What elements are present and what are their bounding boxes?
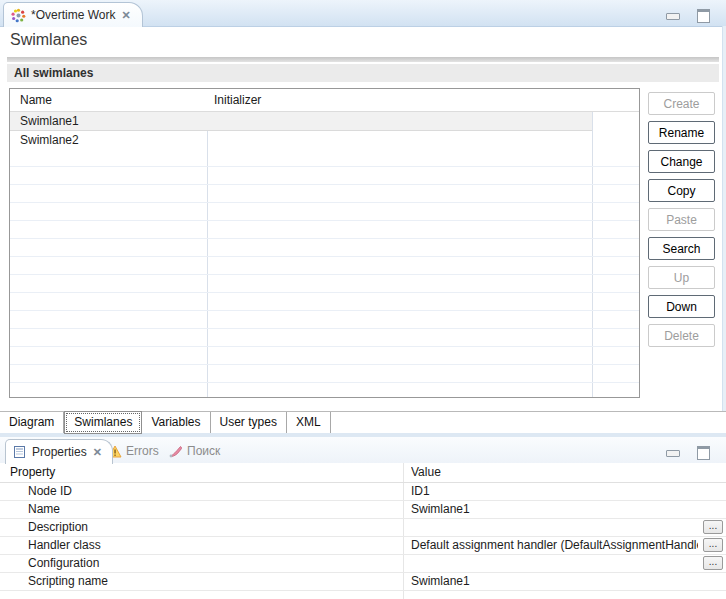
close-icon[interactable]: ✕ <box>120 9 131 22</box>
property-value: Swimlane1 <box>411 501 698 517</box>
maximize-icon[interactable] <box>697 446 710 460</box>
create-button: Create <box>648 92 715 115</box>
ellipsis-button[interactable]: ... <box>703 520 723 534</box>
swimlane-name: Swimlane2 <box>10 131 639 149</box>
editor-tab-bar: *Overtime Work ✕ <box>0 0 726 27</box>
properties-view: Properties ✕ Errors Поиск Propert <box>0 437 726 599</box>
property-row-configuration[interactable]: Configuration ... <box>0 555 726 573</box>
tab-poisk[interactable]: Поиск <box>168 439 220 463</box>
search-button[interactable]: Search <box>648 237 715 260</box>
property-name: Scripting name <box>28 573 108 589</box>
minimize-icon[interactable] <box>666 450 680 457</box>
editor-tab-title: *Overtime Work <box>31 8 115 22</box>
properties-icon <box>13 445 27 459</box>
table-row-swimlane1[interactable]: Swimlane1 <box>10 111 592 131</box>
property-row-scripting-name[interactable]: Scripting name Swimlane1 <box>0 573 726 591</box>
paste-button: Paste <box>648 208 715 231</box>
tab-variables[interactable]: Variables <box>142 412 210 433</box>
action-button-column: Create Rename Change Copy Paste Search U… <box>648 92 716 347</box>
copy-button[interactable]: Copy <box>648 179 715 202</box>
delete-button: Delete <box>648 324 715 347</box>
page-title: Swimlanes <box>10 31 87 49</box>
property-name: Description <box>28 519 88 535</box>
swimlanes-table: Name Initializer Swimlane1 Swimlane2 <box>9 88 640 398</box>
property-row-node-id[interactable]: Node ID ID1 <box>0 483 726 501</box>
editor-window-controls <box>666 9 710 23</box>
property-row-description[interactable]: Description ... <box>0 519 726 537</box>
property-value: Default assignment handler (DefaultAssig… <box>411 537 698 553</box>
tab-properties[interactable]: Properties ✕ <box>5 439 113 464</box>
rename-button[interactable]: Rename <box>648 121 715 144</box>
column-header-value[interactable]: Value <box>411 463 698 482</box>
empty-rows-area <box>10 149 639 397</box>
properties-table: Property Value Node ID ID1 Name Swimlane… <box>0 463 726 599</box>
tab-swimlanes[interactable]: Swimlanes <box>64 411 142 434</box>
ellipsis-button[interactable]: ... <box>703 556 723 570</box>
up-button: Up <box>648 266 715 289</box>
property-name: Node ID <box>28 483 72 499</box>
column-header-initializer[interactable]: Initializer <box>214 93 261 107</box>
editor-page-tabs: Diagram Swimlanes Variables User types X… <box>0 411 726 434</box>
section-header: All swimlanes <box>7 64 719 82</box>
title-separator <box>7 57 719 62</box>
poisk-tab-label: Поиск <box>187 444 220 458</box>
properties-tab-label: Properties <box>32 445 87 459</box>
tab-errors[interactable]: Errors <box>108 439 159 463</box>
property-name: Handler class <box>28 537 101 553</box>
column-header-property[interactable]: Property <box>10 463 55 482</box>
editor-right-chrome <box>722 26 726 433</box>
properties-tab-bar: Properties ✕ Errors Поиск <box>0 437 726 464</box>
search-brush-icon <box>168 445 183 458</box>
property-name: Configuration <box>28 555 99 571</box>
tab-xml[interactable]: XML <box>287 412 331 433</box>
minimize-icon[interactable] <box>666 13 680 20</box>
tab-diagram[interactable]: Diagram <box>0 412 64 433</box>
editor-tab-overtime-work[interactable]: *Overtime Work ✕ <box>3 2 143 27</box>
properties-window-controls <box>666 446 710 460</box>
property-row-handler-class[interactable]: Handler class Default assignment handler… <box>0 537 726 555</box>
maximize-icon[interactable] <box>697 9 710 23</box>
change-button[interactable]: Change <box>648 150 715 173</box>
errors-tab-label: Errors <box>126 444 159 458</box>
down-button[interactable]: Down <box>648 295 715 318</box>
property-value: ID1 <box>411 483 698 499</box>
table-row-swimlane2[interactable]: Swimlane2 <box>10 131 639 149</box>
property-name: Name <box>28 501 60 517</box>
swimlanes-table-header: Name Initializer <box>10 89 639 112</box>
editor-area: *Overtime Work ✕ Swimlanes All swimlanes… <box>0 0 726 433</box>
ellipsis-button[interactable]: ... <box>703 538 723 552</box>
tab-user-types[interactable]: User types <box>211 412 287 433</box>
process-icon <box>11 8 26 23</box>
property-value: Swimlane1 <box>411 573 698 589</box>
section-title: All swimlanes <box>7 64 93 82</box>
swimlane-name: Swimlane1 <box>10 112 592 130</box>
column-header-name[interactable]: Name <box>20 93 52 107</box>
close-icon[interactable]: ✕ <box>92 446 103 459</box>
properties-table-header: Property Value <box>0 463 726 483</box>
property-row-name[interactable]: Name Swimlane1 <box>0 501 726 519</box>
